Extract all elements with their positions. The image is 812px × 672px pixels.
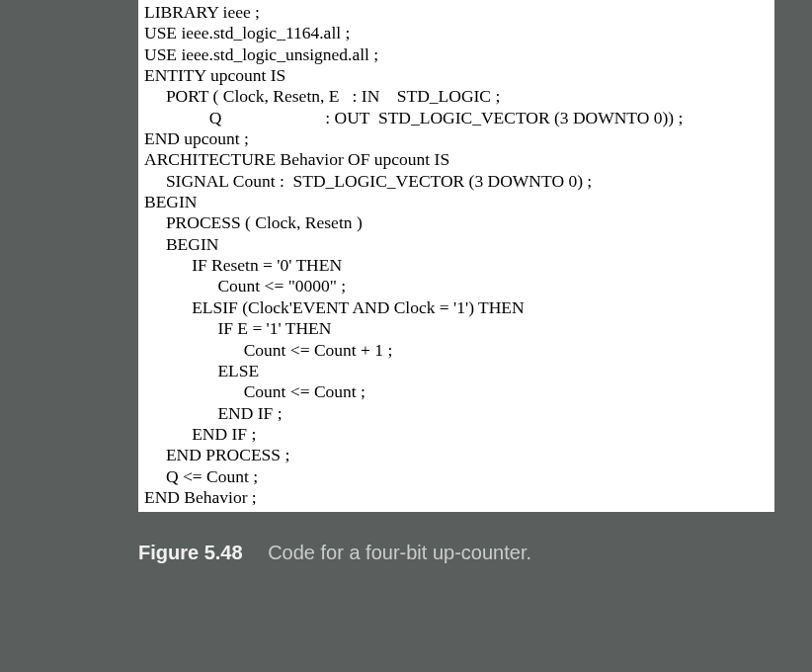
code-line: PORT ( Clock, Resetn, E : IN STD_LOGIC ; [144,86,769,107]
code-line: END upcount ; [144,128,769,149]
code-line: Count <= "0000" ; [144,276,769,296]
code-line: IF E = '1' THEN [144,318,769,339]
code-line: Count <= Count + 1 ; [144,340,769,361]
code-line: END PROCESS ; [144,445,769,465]
code-line: Q : OUT STD_LOGIC_VECTOR (3 DOWNTO 0)) ; [144,108,769,128]
code-line: END IF ; [144,424,769,445]
code-line: USE ieee.std_logic_unsigned.all ; [144,44,769,65]
code-line: USE ieee.std_logic_1164.all ; [144,23,769,43]
code-block: LIBRARY ieee ; USE ieee.std_logic_1164.a… [138,0,774,512]
code-line: ARCHITECTURE Behavior OF upcount IS [144,149,769,170]
code-line: END Behavior ; [144,487,769,508]
code-line: LIBRARY ieee ; [144,2,769,23]
code-line: SIGNAL Count : STD_LOGIC_VECTOR (3 DOWNT… [144,171,769,192]
code-line: END IF ; [144,403,769,424]
code-line: Q <= Count ; [144,466,769,487]
code-line: IF Resetn = '0' THEN [144,255,769,276]
code-line: PROCESS ( Clock, Resetn ) [144,212,769,233]
code-line: Count <= Count ; [144,381,769,402]
code-line: BEGIN [144,192,769,212]
code-line: ELSE [144,361,769,381]
figure-caption: Figure 5.48 Code for a four-bit up-count… [138,542,812,564]
code-line: BEGIN [144,234,769,255]
figure-description: Code for a four-bit up-counter. [268,542,531,563]
code-line: ELSIF (Clock'EVENT AND Clock = '1') THEN [144,297,769,318]
code-line: ENTITY upcount IS [144,65,769,86]
figure-label: Figure 5.48 [138,542,243,563]
